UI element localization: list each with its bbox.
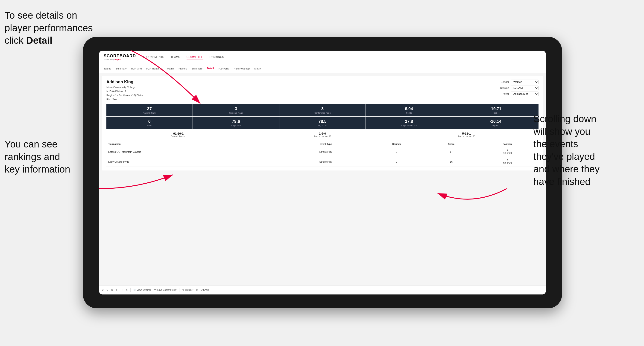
division-selector-row: Division NJCAA I NJCAA II [500,86,538,90]
cell-rounds-2: 2 [366,157,426,167]
stat-avg-score: 79.6 Avg Score [193,117,279,129]
gender-label: Gender [500,81,509,83]
records-row: 91-20-1 Overall Record 1-5-0 Record vs t… [106,132,538,138]
subnav-h2h-heatmap[interactable]: H2H Heatmap [146,66,162,71]
stat-avg-score-label: Avg Score [194,125,278,127]
division-label: Division [500,86,509,89]
subnav-players[interactable]: Players [178,66,187,71]
nav-teams[interactable]: TEAMS [170,54,180,60]
record-top25: 1-5-0 Record vs top 25 [250,132,394,138]
cell-score-1: 17 [426,147,476,157]
subnav-summary2[interactable]: Summary [192,66,202,71]
subnav-h2h-grid2[interactable]: H2H Grid [218,66,229,71]
subnav-matrix2[interactable]: Matrix [254,66,261,71]
annotation-detail-bold: Detail [26,35,52,46]
gender-selector-row: Gender Women Men [500,80,538,84]
nav-rankings[interactable]: RANKINGS [210,54,224,60]
subnav-h2h-heatmap2[interactable]: H2H Heatmap [234,66,250,71]
logo-powered: Powered by clippd [104,58,136,61]
col-tournament: Tournament [106,142,285,147]
player-college: Mesa Community College [106,85,144,89]
stat-sos: -19.71 SoS [452,104,538,116]
stat-national-rank-label: National Rank [108,112,191,114]
stat-adj-score-value: 78.5 [281,119,364,124]
col-score: Score [426,142,476,147]
player-selector-row: Player Addison King [502,92,538,96]
record-top50: 5-11-1 Record vs top 50 [394,132,538,138]
col-event-type: Event Type [285,142,367,147]
subnav-teams[interactable]: Teams [104,66,111,71]
stat-adj-score: 78.5 Adj Score [280,117,366,129]
toolbar-zoom-out[interactable]: ⊕ [116,289,118,291]
logo-area: SCOREBOARD Powered by clippd [104,54,136,61]
subnav-detail[interactable]: Detail [207,66,214,71]
toolbar-share[interactable]: ↗ Share [201,289,209,291]
toolbar-settings[interactable]: ⊙ [126,289,128,291]
annotation-bottom-right: Scrolling downwill show youthe eventsthe… [534,113,640,188]
stat-conference-rank-label: Conference Rank [281,112,364,114]
toolbar-separator-1 [130,288,130,292]
toolbar-grid[interactable]: ⊞ [196,289,198,291]
toolbar-zoom-in[interactable]: ⊕ [111,289,113,291]
toolbar-view-original[interactable]: 📄 View: Original [133,289,151,291]
toolbar-save-custom[interactable]: 💾 Save Custom View [154,289,176,291]
stat-national-rank: 37 National Rank [106,104,192,116]
stat-sos-label: SoS [454,112,537,114]
toolbar-separator-2 [179,288,180,292]
stat-sos-value: -19.71 [454,107,537,111]
subnav-h2h-grid[interactable]: H2H Grid [131,66,142,71]
bottom-toolbar: ↺ ↻ ⊕ ⊕ −+ ⊙ 📄 View: Original 💾 Save Cus… [99,285,546,295]
cell-rounds-1: 2 [366,147,426,157]
record-overall-label: Overall Record [106,135,250,138]
annotation-top-left: To see details onplayer performancesclic… [4,9,93,47]
col-rounds: Rounds [366,142,426,147]
stat-wins-value: 0 [108,119,191,124]
record-overall-value: 91-20-1 [106,132,250,135]
stat-wins-label: Wins [108,125,191,127]
stat-avg-score-par: 27.8 Avg Score to Par [366,117,452,129]
stat-regional-rank-label: Regional Rank [194,112,278,114]
player-selectors: Gender Women Men Division NJCAA I NJCAA … [500,80,538,96]
stat-avg-score-value: 79.6 [194,119,278,124]
sub-navigation: Teams Summary H2H Grid H2H Heatmap Matri… [99,64,546,73]
player-select[interactable]: Addison King [511,92,538,96]
toolbar-watch[interactable]: 👁 Watch ▾ [182,289,194,291]
player-info: Addison King Mesa Community College NJCA… [106,80,144,101]
logo-scoreboard: SCOREBOARD [104,54,136,58]
toolbar-undo[interactable]: ↺ [102,289,104,291]
division-select[interactable]: NJCAA I NJCAA II [511,86,538,90]
cell-tournament-2: Lady Coyote Invite [106,157,285,167]
main-nav-items: TOURNAMENTS TEAMS COMMITTEE RANKINGS [143,54,224,60]
cell-event-type-2: Stroke Play [285,157,367,167]
toolbar-fit[interactable]: −+ [120,289,123,291]
stats-grid-row1: 37 National Rank 3 Regional Rank 3 Confe… [106,104,538,116]
stat-adj-score-label: Adj Score [281,125,364,127]
stat-points: 6.04 Points [366,104,452,116]
gender-select[interactable]: Women Men [511,80,538,84]
player-year: First Year [106,98,144,102]
annotation-bottom-left: You can seerankings andkey information [4,138,70,176]
tournament-table: Tournament Event Type Rounds Score Posit… [106,142,538,167]
player-header: Addison King Mesa Community College NJCA… [106,80,538,101]
subnav-matrix[interactable]: Matrix [167,66,174,71]
tablet-screen: SCOREBOARD Powered by clippd TOURNAMENTS… [99,51,546,295]
record-top25-value: 1-5-0 [250,132,394,135]
stats-grid-row2: 0 Wins 79.6 Avg Score 78.5 Adj Score 27.… [106,117,538,129]
player-region: Region 1 - Southwest (18) District [106,93,144,98]
player-label: Player [502,92,509,95]
cell-position-1: 4 out of 20 [476,147,538,157]
cell-event-type-1: Stroke Play [285,147,367,157]
record-top50-label: Record vs top 50 [394,135,538,138]
stat-avg-sg-value: -10.14 [454,119,537,124]
nav-tournaments[interactable]: TOURNAMENTS [143,54,164,60]
stat-conference-rank: 3 Conference Rank [280,104,366,116]
stat-national-rank-value: 37 [108,107,191,111]
nav-committee[interactable]: COMMITTEE [186,54,203,60]
toolbar-redo[interactable]: ↻ [106,289,108,291]
record-top25-label: Record vs top 25 [250,135,394,138]
subnav-summary[interactable]: Summary [116,66,126,71]
stat-regional-rank-value: 3 [194,107,278,111]
record-overall: 91-20-1 Overall Record [106,132,250,138]
player-division: NJCAA Division 1 [106,89,144,94]
stat-avg-sg-label: Avg SG [454,125,537,127]
